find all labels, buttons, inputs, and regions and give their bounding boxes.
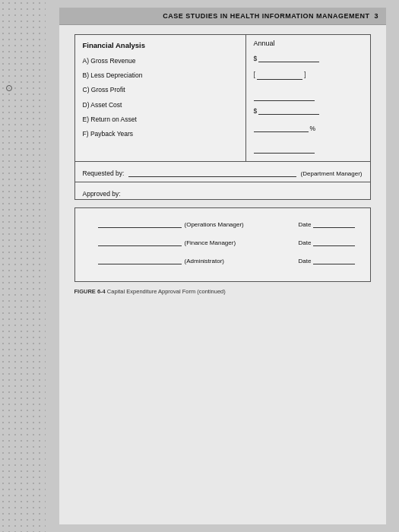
annual-label: Annual bbox=[254, 40, 363, 47]
dollar-icon-d: $ bbox=[254, 107, 258, 115]
figure-prefix: FIGURE 6-4 bbox=[74, 288, 106, 295]
sig-row-finance: (Finance Manager) Date bbox=[98, 236, 355, 246]
item-gross-revenue: A) Gross Revenue bbox=[83, 57, 238, 65]
sig-left-operations: (Operations Manager) bbox=[98, 217, 244, 228]
requested-section: Requested by: (Department Manager) bbox=[75, 161, 370, 182]
date-label-admin: Date bbox=[299, 258, 312, 264]
signatures-box: (Operations Manager) Date (Finance Manag… bbox=[74, 207, 371, 282]
input-gross-revenue: $ bbox=[254, 52, 363, 62]
section-title: Financial Analysis bbox=[83, 41, 238, 49]
dept-manager-label: (Department Manager) bbox=[301, 170, 363, 177]
sig-line-finance bbox=[98, 236, 182, 246]
approved-section: Approved by: bbox=[75, 182, 370, 199]
requested-label: Requested by: bbox=[83, 169, 125, 177]
date-line-admin bbox=[313, 254, 355, 264]
date-label-operations: Date bbox=[299, 221, 312, 228]
sig-left-admin: (Administrator) bbox=[98, 254, 224, 264]
return-on-asset-input[interactable] bbox=[254, 122, 309, 132]
left-bullet bbox=[6, 85, 12, 91]
sig-row-operations: (Operations Manager) Date bbox=[98, 217, 355, 228]
gross-profit-input[interactable] bbox=[254, 90, 315, 101]
input-asset-cost: $ bbox=[254, 104, 363, 115]
input-less-depreciation: [ ] bbox=[254, 69, 363, 80]
dot-grid-decoration bbox=[0, 0, 46, 532]
percent-icon: % bbox=[310, 125, 316, 132]
sig-right-operations: Date bbox=[299, 217, 355, 228]
page-background: CASE STUDIES IN HEALTH INFORMATION MANAG… bbox=[0, 0, 399, 532]
sig-right-admin: Date bbox=[299, 254, 355, 264]
payback-years-input[interactable] bbox=[254, 143, 315, 154]
item-asset-cost: D) Asset Cost bbox=[83, 101, 238, 109]
input-return-on-asset: % bbox=[254, 122, 363, 132]
dollar-icon-a: $ bbox=[254, 55, 258, 62]
date-label-finance: Date bbox=[299, 239, 312, 246]
item-gross-profit: C) Gross Profit bbox=[83, 86, 238, 93]
sig-role-finance: (Finance Manager) bbox=[185, 239, 236, 246]
financial-analysis-box: Financial Analysis A) Gross Revenue B) L… bbox=[74, 34, 371, 200]
page-header: CASE STUDIES IN HEALTH INFORMATION MANAG… bbox=[59, 8, 386, 25]
gross-revenue-input[interactable] bbox=[258, 52, 319, 62]
item-payback-years: F) Payback Years bbox=[83, 130, 238, 138]
sig-line-operations bbox=[98, 217, 182, 228]
sig-left-finance: (Finance Manager) bbox=[98, 236, 236, 246]
sig-role-operations: (Operations Manager) bbox=[185, 221, 244, 228]
approved-label: Approved by: bbox=[83, 190, 121, 198]
item-return-on-asset: E) Return on Asset bbox=[83, 116, 238, 123]
sig-row-admin: (Administrator) Date bbox=[98, 254, 355, 264]
close-bracket-icon: ] bbox=[304, 71, 306, 78]
figure-caption: FIGURE 6-4 Capital Expenditure Approval … bbox=[74, 288, 371, 295]
date-line-operations bbox=[313, 217, 355, 228]
open-bracket-icon: [ bbox=[254, 71, 256, 78]
sig-role-admin: (Administrator) bbox=[185, 258, 224, 264]
requested-row: Requested by: (Department Manager) bbox=[83, 166, 363, 177]
item-less-depreciation: B) Less Depreciation bbox=[83, 71, 238, 79]
header-title: CASE STUDIES IN HEALTH INFORMATION MANAG… bbox=[163, 12, 369, 20]
asset-cost-input[interactable] bbox=[258, 104, 319, 115]
right-column: Annual $ [ ] bbox=[246, 35, 370, 161]
form-container: Financial Analysis A) Gross Revenue B) L… bbox=[59, 25, 386, 304]
date-line-finance bbox=[313, 236, 355, 246]
page-number: 3 bbox=[374, 12, 378, 20]
sig-line-admin bbox=[98, 254, 182, 264]
figure-text: Capital Expenditure Approval Form (conti… bbox=[107, 288, 226, 295]
input-gross-profit bbox=[254, 87, 363, 97]
less-depreciation-input[interactable] bbox=[257, 69, 302, 80]
sig-right-finance: Date bbox=[299, 236, 355, 246]
left-column: Financial Analysis A) Gross Revenue B) L… bbox=[75, 35, 246, 161]
financial-box-inner: Financial Analysis A) Gross Revenue B) L… bbox=[75, 35, 370, 161]
requested-line bbox=[128, 166, 296, 177]
input-payback-years bbox=[254, 139, 363, 150]
page-content: CASE STUDIES IN HEALTH INFORMATION MANAG… bbox=[59, 8, 386, 524]
